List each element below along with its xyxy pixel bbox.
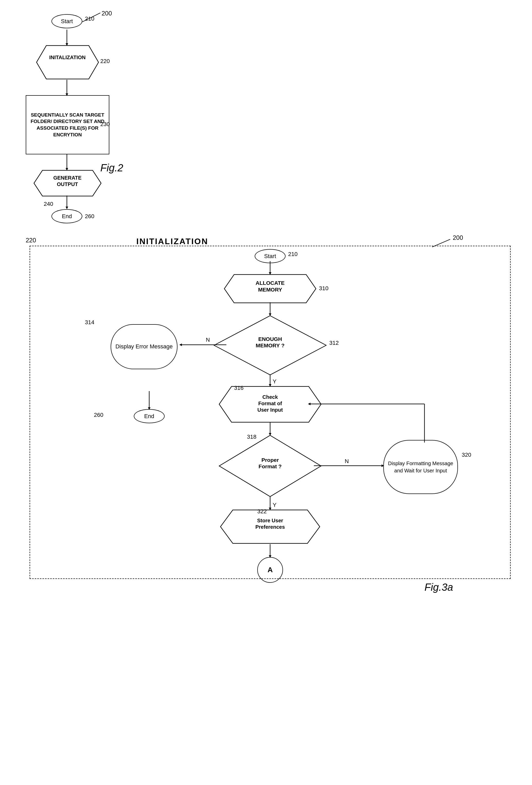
fig3a-connector-a: A xyxy=(257,557,283,583)
fig3a-display-error-node: Display Error Message xyxy=(110,324,178,369)
fig2-scan-ref: 230 xyxy=(100,121,110,128)
fig2-scan-label: SEQUENTIALLY SCAN TARGET FOLDER/ DIRECTO… xyxy=(26,109,109,141)
fig3a-display-formatting-ref: 320 xyxy=(462,452,471,458)
svg-text:Format ?: Format ? xyxy=(258,463,282,469)
fig3a-checkformat-ref: 316 xyxy=(234,385,244,391)
fig3a-connector-a-label: A xyxy=(268,566,273,574)
svg-marker-7 xyxy=(66,207,68,209)
fig3a-allocate-hexagon-svg: ALLOCATE MEMORY xyxy=(224,274,316,304)
svg-text:GENERATE: GENERATE xyxy=(53,175,81,181)
fig2-init-hexagon-svg: INITALIZATION xyxy=(36,45,99,80)
fig2-end-ref: 260 xyxy=(85,213,95,220)
svg-text:MEMORY: MEMORY xyxy=(258,287,282,293)
svg-text:Check: Check xyxy=(262,394,278,400)
svg-text:MEMORY ?: MEMORY ? xyxy=(256,343,284,348)
fig3a-properformat-diamond-svg: Proper Format ? xyxy=(219,435,322,497)
fig2-start-label: Start xyxy=(61,18,73,25)
svg-text:Store User: Store User xyxy=(257,518,283,523)
fig2-scan-node: SEQUENTIALLY SCAN TARGET FOLDER/ DIRECTO… xyxy=(26,95,109,154)
fig2-generate-ref: 240 xyxy=(44,201,53,207)
fig3a-properformat-ref: 318 xyxy=(247,433,256,440)
fig3a-storeprefs-ref: 322 xyxy=(257,508,267,515)
fig2-start-ref: 210 xyxy=(85,16,95,22)
fig3a-storeprefs-hexagon-svg: Store User Preferences xyxy=(220,509,320,544)
fig3a-dashed-ref: 220 xyxy=(26,237,36,244)
fig3a-display-error-ref: 314 xyxy=(85,319,95,326)
fig3a-end-label: End xyxy=(144,413,154,420)
fig3a-allocate-ref: 310 xyxy=(319,285,329,292)
svg-marker-35 xyxy=(36,46,99,79)
fig3a-display-error-label: Display Error Message xyxy=(113,340,175,353)
fig3a-end-ref: 260 xyxy=(94,412,103,419)
fig2-title: Fig.2 xyxy=(100,162,123,174)
fig3a-display-formatting-label: Display Formatting Message and Wait for … xyxy=(384,457,457,477)
svg-text:ALLOCATE: ALLOCATE xyxy=(256,280,285,286)
svg-text:Proper: Proper xyxy=(261,457,279,463)
fig3a-start-label: Start xyxy=(264,253,276,260)
fig3a-ref-200: 200 xyxy=(453,234,463,241)
fig3a-display-formatting-node: Display Formatting Message and Wait for … xyxy=(383,440,458,494)
fig3a-start-ref: 210 xyxy=(288,251,298,257)
diagram-container: N Y N Y Start 210 200 xyxy=(0,0,532,785)
fig2-start-node: Start xyxy=(51,14,82,28)
fig3a-start-node: Start xyxy=(255,249,285,263)
fig2-ref-200: 200 xyxy=(102,10,112,17)
fig3a-title: Fig.3a xyxy=(425,581,453,593)
fig3a-enough-ref: 312 xyxy=(329,339,339,346)
svg-text:User Input: User Input xyxy=(257,407,283,413)
svg-text:ENOUGH: ENOUGH xyxy=(258,336,282,342)
fig3a-end-node: End xyxy=(134,409,164,423)
svg-text:INITALIZATION: INITALIZATION xyxy=(49,54,85,60)
fig3a-enough-diamond-svg: ENOUGH MEMORY ? xyxy=(213,315,327,376)
fig2-generate-hexagon-svg: GENERATE OUTPUT xyxy=(33,170,102,197)
svg-text:Format of: Format of xyxy=(258,401,282,406)
fig2-end-node: End xyxy=(51,209,82,223)
fig2-init-ref: 220 xyxy=(100,58,110,65)
fig3a-section-title: INITIALIZATION xyxy=(136,237,208,246)
svg-text:OUTPUT: OUTPUT xyxy=(57,181,78,187)
fig2-end-label: End xyxy=(62,213,72,220)
svg-text:Preferences: Preferences xyxy=(255,524,285,530)
fig3a-checkformat-hexagon-svg: Check Format of User Input xyxy=(219,386,322,423)
